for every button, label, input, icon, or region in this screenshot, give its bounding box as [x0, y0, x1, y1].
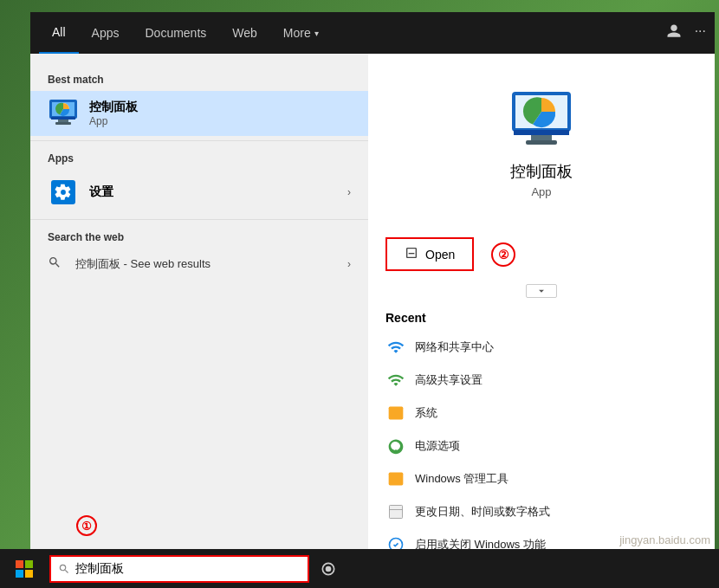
tab-more[interactable]: More ▾ — [270, 12, 332, 54]
arrow-icon: › — [347, 186, 351, 198]
search-menu: All Apps Documents Web More ▾ ··· — [30, 12, 715, 549]
app-detail: 控制面板 App — [385, 71, 697, 224]
search-input-value: 控制面板 — [75, 561, 124, 577]
open-button-container: Open ② — [385, 237, 697, 271]
recent-icon-0 — [385, 337, 406, 358]
recent-item-5[interactable]: 更改日期、时间或数字格式 — [385, 498, 697, 526]
taskbar-search-box[interactable]: 控制面板 — [49, 555, 309, 583]
svg-rect-19 — [25, 560, 33, 568]
cortana-button[interactable] — [311, 552, 346, 586]
settings-icon — [48, 177, 79, 208]
main-content: Best match — [30, 54, 715, 549]
taskbar: 控制面板 — [0, 549, 719, 588]
divider-2 — [30, 219, 368, 220]
search-icon — [48, 255, 65, 273]
svg-rect-8 — [514, 130, 569, 135]
svg-rect-4 — [55, 122, 71, 125]
svg-rect-2 — [51, 117, 75, 120]
svg-point-23 — [326, 565, 332, 572]
web-search-item[interactable]: 控制面板 - See web results › — [30, 249, 368, 280]
svg-rect-14 — [390, 506, 403, 519]
control-panel-icon-small — [48, 98, 79, 129]
circle-1-badge: ① — [76, 515, 97, 536]
start-button[interactable] — [4, 549, 43, 588]
recent-item-1[interactable]: 高级共享设置 — [385, 366, 697, 394]
open-icon — [405, 246, 418, 262]
recent-item-3[interactable]: 电源选项 — [385, 432, 697, 460]
svg-rect-18 — [16, 560, 23, 568]
web-search-text: 控制面板 - See web results — [75, 256, 211, 272]
svg-rect-13 — [389, 473, 404, 486]
circle-2-badge: ② — [491, 242, 515, 267]
app-detail-name: 控制面板 — [510, 161, 573, 182]
divider-1 — [30, 140, 368, 141]
nav-tabs: All Apps Documents Web More ▾ ··· — [30, 12, 715, 54]
svg-rect-21 — [25, 570, 33, 578]
svg-rect-10 — [526, 140, 557, 145]
chevron-down-button[interactable] — [526, 284, 557, 298]
best-match-title: Best match — [30, 67, 368, 91]
ellipsis-icon[interactable]: ··· — [695, 23, 706, 42]
recent-icon-1 — [385, 370, 406, 391]
tab-apps[interactable]: Apps — [79, 12, 133, 54]
recent-icon-4 — [385, 468, 406, 489]
open-button[interactable]: Open — [385, 237, 474, 271]
person-icon[interactable] — [666, 23, 682, 42]
nav-icons: ··· — [666, 23, 706, 42]
right-panel: 控制面板 App Open ② Recent — [368, 54, 715, 549]
result-item-control-panel[interactable]: 控制面板 App — [30, 91, 368, 136]
svg-rect-12 — [389, 407, 404, 420]
left-panel: Best match — [30, 54, 368, 549]
recent-icon-2 — [385, 403, 406, 423]
result-text-settings: 设置 — [89, 184, 347, 200]
tab-web[interactable]: Web — [219, 12, 270, 54]
recent-icon-3 — [385, 436, 406, 456]
svg-rect-9 — [531, 135, 552, 140]
desktop: All Apps Documents Web More ▾ ··· — [0, 0, 719, 588]
watermark: jingyan.baidu.com — [619, 533, 710, 546]
app-detail-type: App — [531, 185, 551, 198]
chevron-down-icon: ▾ — [314, 29, 319, 38]
recent-icon-5 — [385, 501, 406, 522]
recent-item-0[interactable]: 网络和共享中心 — [385, 333, 697, 361]
control-panel-icon-large — [510, 88, 573, 151]
web-arrow-icon: › — [347, 258, 351, 270]
recent-item-2[interactable]: 系统 — [385, 399, 697, 427]
svg-rect-20 — [16, 570, 23, 578]
result-item-settings[interactable]: 设置 › — [30, 170, 368, 215]
apps-section-title: Apps — [30, 145, 368, 170]
svg-rect-3 — [58, 120, 68, 122]
recent-title: Recent — [385, 311, 697, 325]
recent-item-4[interactable]: Windows 管理工具 — [385, 465, 697, 493]
tab-documents[interactable]: Documents — [132, 12, 219, 54]
web-search-title: Search the web — [30, 224, 368, 249]
result-text-control-panel: 控制面板 App — [89, 100, 351, 127]
tab-all[interactable]: All — [39, 12, 79, 54]
